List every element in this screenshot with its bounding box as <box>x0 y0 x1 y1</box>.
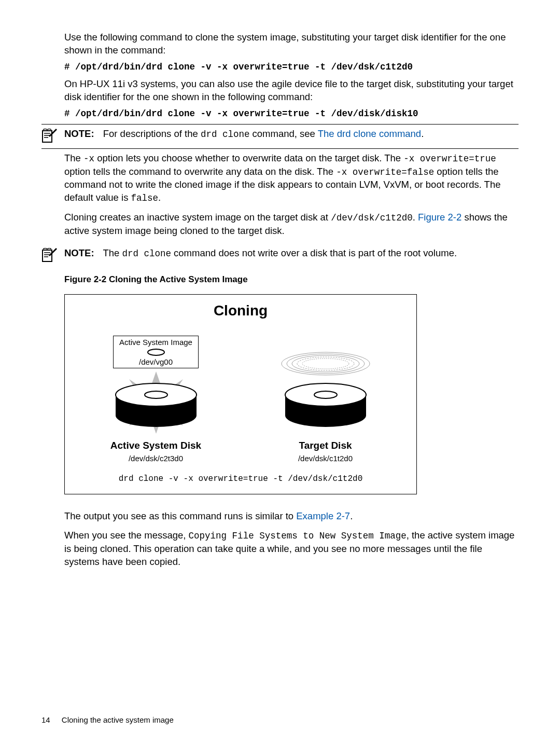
svg-point-16 <box>292 355 359 372</box>
figure-title: Cloning <box>71 301 410 321</box>
note1-code: drd clone <box>201 129 250 140</box>
note-icon <box>41 247 64 265</box>
divider <box>41 148 519 149</box>
note1-link[interactable]: The drd clone command <box>318 128 422 139</box>
svg-point-18 <box>302 358 349 369</box>
page-footer: 14 Cloning the active system image <box>41 715 174 724</box>
target-disk-icon <box>266 343 385 434</box>
footer-title: Cloning the active system image <box>62 715 174 724</box>
note1-lead: For descriptions of the <box>103 128 201 139</box>
active-system-image-box: Active System Image /dev/vg00 <box>113 336 199 368</box>
target-disk-col: Target Disk /dev/dsk/c1t2d0 <box>261 343 390 464</box>
note1-tail: . <box>421 128 424 139</box>
note2-code: drd clone <box>122 248 171 259</box>
intro-p1: Use the following command to clone the s… <box>64 31 519 57</box>
svg-rect-0 <box>43 131 52 142</box>
svg-point-12 <box>116 383 197 406</box>
note2-tail: command does not write over a disk that … <box>171 247 457 258</box>
note2-lead: The <box>103 247 122 258</box>
note-2: NOTE: The drd clone command does not wri… <box>41 247 519 265</box>
note-label: NOTE: <box>64 247 94 258</box>
active-disk-icon <box>96 366 216 434</box>
note1-mid: command, see <box>249 128 317 139</box>
cmd2: # /opt/drd/bin/drd clone -v -x overwrite… <box>64 108 519 120</box>
p4: Cloning creates an inactive system image… <box>64 211 519 238</box>
note-1: NOTE: For descriptions of the drd clone … <box>41 128 519 145</box>
divider <box>41 124 519 125</box>
cmd1: # /opt/drd/bin/drd clone -v -x overwrite… <box>64 61 519 74</box>
target-disk-path: /dev/dsk/c1t2d0 <box>261 453 390 464</box>
figure-command: drd clone -v -x overwrite=true -t /dev/d… <box>71 474 410 485</box>
p6: When you see the message, Copying File S… <box>64 529 519 569</box>
body-block: The -x option lets you choose whether to… <box>64 152 519 237</box>
note-icon <box>41 128 64 145</box>
svg-rect-4 <box>43 250 52 261</box>
p5: The output you see as this command runs … <box>64 510 519 523</box>
figure-link[interactable]: Figure 2-2 <box>418 212 461 223</box>
svg-point-14 <box>282 352 370 375</box>
active-disk-col: Active System Image /dev/vg00 <box>91 336 221 464</box>
intro-p2: On HP-UX 11i v3 systems, you can also us… <box>64 78 519 104</box>
example-link[interactable]: Example 2-7 <box>296 510 350 521</box>
active-disk-path: /dev/dsk/c2t3d0 <box>91 453 221 464</box>
figure-2-2: Cloning Active System Image /dev/vg00 <box>64 294 417 495</box>
intro-block: Use the following command to clone the s… <box>64 31 519 120</box>
p3: The -x option lets you choose whether to… <box>64 152 519 205</box>
target-disk-name: Target Disk <box>261 439 390 452</box>
figure-caption: Figure 2-2 Cloning the Active System Ima… <box>64 274 519 286</box>
page-number: 14 <box>41 715 50 724</box>
active-disk-name: Active System Disk <box>91 439 221 452</box>
note-label: NOTE: <box>64 128 94 139</box>
svg-point-17 <box>297 357 354 370</box>
svg-point-21 <box>285 383 366 406</box>
svg-point-8 <box>148 349 164 355</box>
